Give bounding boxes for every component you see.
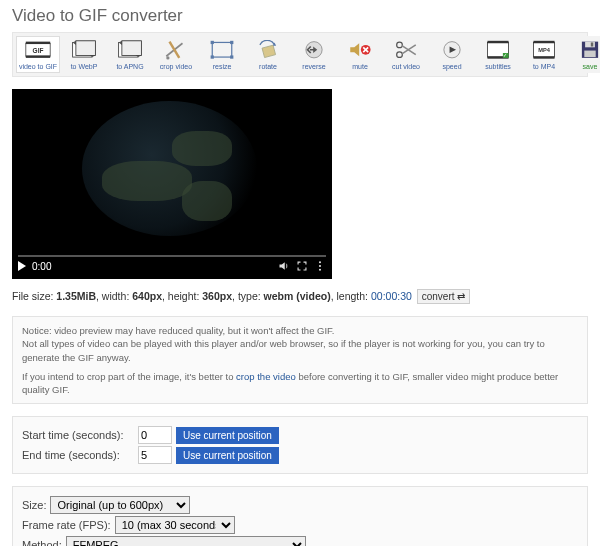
tool-rotate[interactable]: rotate (246, 36, 290, 73)
svg-rect-7 (122, 41, 142, 56)
svg-rect-1 (26, 42, 50, 44)
video-time: 0:00 (32, 261, 51, 272)
convert-inline-button[interactable]: convert ⇄ (417, 289, 471, 304)
svg-rect-26 (533, 41, 554, 43)
svg-point-33 (319, 261, 321, 263)
svg-point-18 (397, 42, 403, 48)
volume-icon[interactable] (278, 260, 290, 272)
svg-rect-31 (584, 51, 595, 58)
tool-label: mute (352, 63, 368, 70)
tool-label: to MP4 (533, 63, 555, 70)
video-player[interactable]: 0:00 (12, 89, 332, 279)
tool-reverse[interactable]: reverse (292, 36, 336, 73)
tool-label: cut video (392, 63, 420, 70)
page-title: Video to GIF converter (12, 6, 588, 26)
svg-point-17 (397, 52, 403, 58)
tool-speed[interactable]: speed (430, 36, 474, 73)
tool-label: crop video (160, 63, 192, 70)
tool-to-webp[interactable]: to WebP (62, 36, 106, 73)
video-controls: 0:00 (12, 253, 332, 279)
svg-rect-12 (211, 56, 214, 59)
fps-select[interactable]: 10 (max 30 seconds) (115, 516, 235, 534)
resize-icon (209, 39, 235, 61)
time-panel: Start time (seconds): Use current positi… (12, 416, 588, 474)
tool-label: save (583, 63, 598, 70)
toolbar: GIFvideo to GIFto WebPto APNGcrop videor… (12, 32, 588, 77)
tool-label: to WebP (71, 63, 98, 70)
to-apng-icon (117, 39, 143, 61)
to-webp-icon (71, 39, 97, 61)
save-icon (577, 39, 600, 61)
tool-save[interactable]: save (568, 36, 600, 73)
use-current-end-button[interactable]: Use current position (176, 447, 279, 464)
tool-label: resize (213, 63, 232, 70)
size-select[interactable]: Original (up to 600px) (50, 496, 190, 514)
svg-text:MP4: MP4 (538, 47, 551, 53)
fps-label: Frame rate (FPS): (22, 518, 111, 533)
cut-video-icon (393, 39, 419, 61)
svg-rect-30 (585, 42, 595, 48)
svg-rect-21 (487, 41, 508, 43)
svg-rect-32 (591, 43, 593, 47)
tool-video-to-gif[interactable]: GIFvideo to GIF (16, 36, 60, 73)
notice-text-2: If you intend to crop part of the image,… (22, 370, 578, 397)
reverse-icon (301, 39, 327, 61)
tool-to-mp4[interactable]: MP4to MP4 (522, 36, 566, 73)
svg-rect-5 (76, 41, 96, 56)
svg-rect-13 (230, 56, 233, 59)
tool-resize[interactable]: resize (200, 36, 244, 73)
tool-label: rotate (259, 63, 277, 70)
more-icon[interactable] (314, 260, 326, 272)
notice-panel: Notice: video preview may have reduced q… (12, 316, 588, 404)
svg-point-35 (319, 269, 321, 271)
end-time-input[interactable] (138, 446, 172, 464)
notice-text-1: Notice: video preview may have reduced q… (22, 324, 578, 364)
tool-cut-video[interactable]: cut video (384, 36, 428, 73)
length-link[interactable]: 00:00:30 (371, 290, 412, 302)
svg-point-34 (319, 265, 321, 267)
tool-to-apng[interactable]: to APNG (108, 36, 152, 73)
svg-text:✓: ✓ (503, 53, 507, 58)
svg-rect-27 (533, 57, 554, 59)
svg-point-8 (166, 57, 169, 60)
video-frame-content (82, 101, 257, 236)
subtitles-icon: ✓ (485, 39, 511, 61)
tool-label: video to GIF (19, 63, 57, 70)
options-panel: Size: Original (up to 600px) Frame rate … (12, 486, 588, 546)
convert-arrow-icon: ⇄ (457, 291, 465, 302)
end-time-label: End time (seconds): (22, 448, 134, 463)
tool-label: subtitles (485, 63, 511, 70)
tool-label: speed (442, 63, 461, 70)
crop-video-link[interactable]: crop the video (236, 371, 296, 382)
svg-text:GIF: GIF (33, 47, 44, 54)
to-mp4-icon: MP4 (531, 39, 557, 61)
start-time-input[interactable] (138, 426, 172, 444)
tool-crop-video[interactable]: crop video (154, 36, 198, 73)
tool-mute[interactable]: mute (338, 36, 382, 73)
method-select[interactable]: FFMPEG (66, 536, 306, 546)
mute-icon (347, 39, 373, 61)
svg-rect-10 (211, 41, 214, 44)
method-label: Method: (22, 538, 62, 546)
tool-label: reverse (302, 63, 325, 70)
tool-subtitles[interactable]: ✓subtitles (476, 36, 520, 73)
rotate-icon (255, 39, 281, 61)
svg-rect-9 (212, 43, 232, 58)
play-icon[interactable] (18, 261, 26, 271)
video-to-gif-icon: GIF (25, 39, 51, 61)
fullscreen-icon[interactable] (296, 260, 308, 272)
svg-rect-14 (262, 45, 276, 57)
file-info: File size: 1.35MiB, width: 640px, height… (12, 289, 588, 304)
tool-label: to APNG (116, 63, 143, 70)
use-current-start-button[interactable]: Use current position (176, 427, 279, 444)
start-time-label: Start time (seconds): (22, 428, 134, 443)
svg-rect-11 (230, 41, 233, 44)
crop-video-icon (163, 39, 189, 61)
speed-icon (439, 39, 465, 61)
svg-rect-2 (26, 56, 50, 58)
size-label: Size: (22, 498, 46, 513)
